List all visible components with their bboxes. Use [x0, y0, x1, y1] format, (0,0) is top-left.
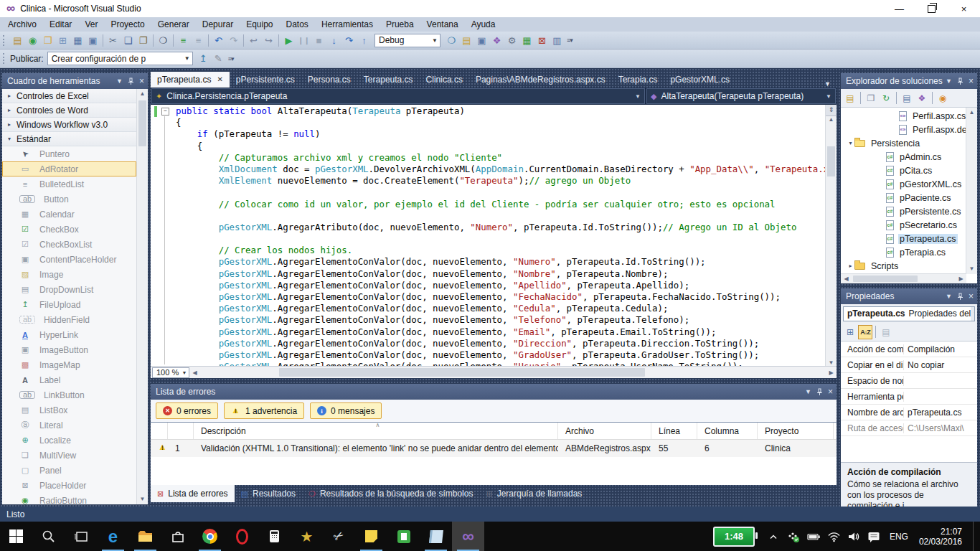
step-into-icon[interactable]: ↓ [326, 33, 341, 48]
chevron-up-icon[interactable] [767, 529, 781, 543]
tree-item-perfil-aspx-cs[interactable]: «»Perfil.aspx.cs [841, 109, 977, 123]
window-position-icon[interactable]: ▼ [946, 293, 952, 300]
menu-datos[interactable]: Datos [280, 17, 315, 32]
opera-app[interactable] [226, 522, 258, 551]
toolbox-group-controles-de-excel[interactable]: ▸Controles de Excel [2, 89, 136, 103]
step-out-icon[interactable]: ↑ [357, 33, 372, 48]
filter-0-errores[interactable]: ✕0 errores [156, 402, 218, 419]
step-over-icon[interactable]: ↷ [341, 33, 357, 48]
tool-window-tab-resultados-de-la-búsqueda-de-símbolos[interactable]: ❍Resultados de la búsqueda de símbolos [302, 485, 479, 502]
toolbox-item-listbox[interactable]: ▤ListBox [2, 402, 136, 418]
undo-icon[interactable]: ↶ [211, 33, 226, 48]
close-icon[interactable]: × [969, 291, 974, 301]
tree-item-perfil-aspx-design[interactable]: «»Perfil.aspx.design [841, 123, 977, 136]
comment-icon[interactable]: ≡ [176, 33, 191, 48]
tree-item-ppaciente-cs[interactable]: c#pPaciente.cs [841, 191, 977, 204]
splitter-handle[interactable]: ⇕ [826, 105, 837, 116]
tools-icon[interactable]: ⚙ [504, 33, 519, 48]
volume-icon[interactable] [847, 529, 861, 543]
open-file-icon[interactable]: ❐ [40, 33, 55, 48]
scroll-right-icon[interactable]: ▶ [826, 369, 837, 376]
scrollbar-thumb[interactable] [853, 276, 918, 282]
chevron-down-icon[interactable]: ▼ [971, 307, 975, 321]
chevron-down-icon[interactable]: ▼ [430, 37, 440, 44]
tree-item-persistencia[interactable]: ▾Persistencia [841, 136, 977, 150]
message-icon[interactable] [867, 529, 881, 543]
property-row-copiar-en-el-dir[interactable]: Copiar en el dirNo copiar [841, 357, 977, 373]
toolbox-item-literal[interactable]: ⓐLiteral [2, 418, 136, 433]
solution-explorer-icon[interactable]: ▣ [474, 33, 489, 48]
tab-list-chevron-icon[interactable]: ▼ [819, 80, 837, 88]
menu-equipo[interactable]: Equipo [240, 17, 279, 32]
editor-tab-pterapeuta-cs[interactable]: pTerapeuta.cs✕ [151, 72, 230, 88]
tool-window-tab-lista-de-errores[interactable]: ⊠Lista de errores [151, 485, 235, 502]
toolbox-item-checkbox[interactable]: ☑CheckBox [2, 222, 136, 237]
window-position-icon[interactable]: ▼ [805, 388, 811, 395]
alphabetical-button[interactable]: A↓Z [858, 325, 872, 339]
tree-item-pterapia-cs[interactable]: c#pTerapia.cs [841, 245, 977, 259]
column-header-proyecto[interactable]: Proyecto [758, 423, 834, 439]
start-debug-icon[interactable]: ▶ [281, 33, 296, 48]
chevron-down-icon[interactable]: ▼ [182, 55, 192, 62]
members-combo[interactable]: ◆ AltaTerapeuta(Terapeuta pTerapeuta) ▼ [646, 88, 836, 104]
toolbox-item-contentplaceholder[interactable]: ▣ContentPlaceHolder [2, 252, 136, 267]
solution-tree-hscrollbar[interactable]: ◀ ▶ [841, 273, 966, 283]
pin-icon[interactable] [957, 77, 963, 85]
menu-editar[interactable]: Editar [43, 17, 78, 32]
toolbar-grip[interactable] [3, 35, 6, 46]
paste-icon[interactable]: ❐ [136, 33, 151, 48]
web-browser-button[interactable]: ◉ [936, 91, 950, 105]
toolbox-item-panel[interactable]: ▢Panel [2, 463, 136, 478]
toolbox-item-bulletedlist[interactable]: ≡BulletedList [2, 176, 136, 192]
class-view-icon[interactable]: ❖ [489, 33, 504, 48]
new-website-icon[interactable]: ◉ [25, 33, 40, 48]
scroll-left-icon[interactable]: ◀ [189, 369, 200, 376]
file-explorer-app[interactable] [129, 522, 161, 551]
uncomment-icon[interactable]: ≡ [191, 33, 206, 48]
scroll-down-icon[interactable]: ▼ [137, 494, 148, 504]
chevron-expanded-icon[interactable]: ▾ [847, 140, 854, 146]
cut-icon[interactable]: ✂ [105, 33, 121, 48]
copy-icon[interactable]: ❏ [121, 33, 136, 48]
property-row-espacio-de-nom[interactable]: Espacio de nom [841, 373, 977, 389]
tool-window-tab-resultados[interactable]: ▤Resultados [235, 485, 302, 502]
toolbar-grip[interactable] [3, 53, 6, 64]
calculator-app[interactable] [258, 522, 291, 551]
filter-0-mensajes[interactable]: i0 mensajes [310, 402, 382, 419]
navigate-back-icon[interactable]: ↩ [246, 33, 261, 48]
toolbox-item-puntero[interactable]: ➤Puntero [2, 146, 136, 161]
clock[interactable]: 21:07 02/03/2016 [919, 527, 962, 547]
toolbox-item-fileupload[interactable]: ↥FileUpload [2, 297, 136, 312]
minimize-button[interactable]: — [883, 0, 915, 17]
pin-icon[interactable] [816, 388, 823, 396]
sticky-notes-app[interactable] [355, 522, 387, 551]
task-view-button[interactable] [65, 522, 97, 551]
window-position-icon[interactable]: ▼ [116, 77, 123, 85]
scroll-up-icon[interactable]: ▲ [137, 89, 148, 99]
edge-app[interactable]: e [97, 522, 129, 551]
command-window-icon[interactable]: ▥ [550, 33, 565, 48]
properties-object-combo[interactable]: pTerapeuta.cs Propiedades del ▼ [843, 306, 975, 321]
toolbox-item-imagebutton[interactable]: ▣ImageButton [2, 342, 136, 357]
scroll-down-icon[interactable]: ▼ [966, 264, 977, 274]
debug-configuration-combo[interactable]: Debug ▼ [374, 34, 440, 47]
restore-button[interactable] [915, 0, 948, 17]
error-row[interactable]: 1Validación (XHTML 1.0 Transitional): el… [151, 440, 837, 457]
column-header-archivo[interactable]: Archivo [558, 423, 651, 439]
window-position-icon[interactable]: ▼ [946, 77, 952, 85]
toolbox-item-button[interactable]: abButton [2, 192, 136, 207]
tree-item-padmin-cs[interactable]: c#pAdmin.cs [841, 150, 977, 164]
publish-web-icon[interactable]: ↥ [196, 51, 211, 66]
search-button[interactable] [32, 522, 65, 551]
toolbox-item-adrotator[interactable]: ▭AdRotator [2, 161, 136, 176]
zoom-level-combo[interactable]: 100 % ▼ [152, 367, 189, 378]
save-all-icon[interactable]: ▣ [85, 33, 100, 48]
close-icon[interactable]: × [139, 76, 144, 86]
scrollbar-thumb[interactable] [827, 146, 835, 176]
property-row-herramienta-pe[interactable]: Herramienta pe [841, 389, 977, 405]
editor-vertical-scrollbar[interactable]: ⇕ ▲ ▼ [825, 105, 837, 366]
green-notes-app[interactable] [387, 522, 420, 551]
view-code-button[interactable]: ▤ [900, 91, 914, 105]
solution-explorer-header[interactable]: Explorador de soluciones ▼× [841, 73, 977, 89]
tree-item-scripts[interactable]: ▸Scripts [841, 259, 977, 273]
